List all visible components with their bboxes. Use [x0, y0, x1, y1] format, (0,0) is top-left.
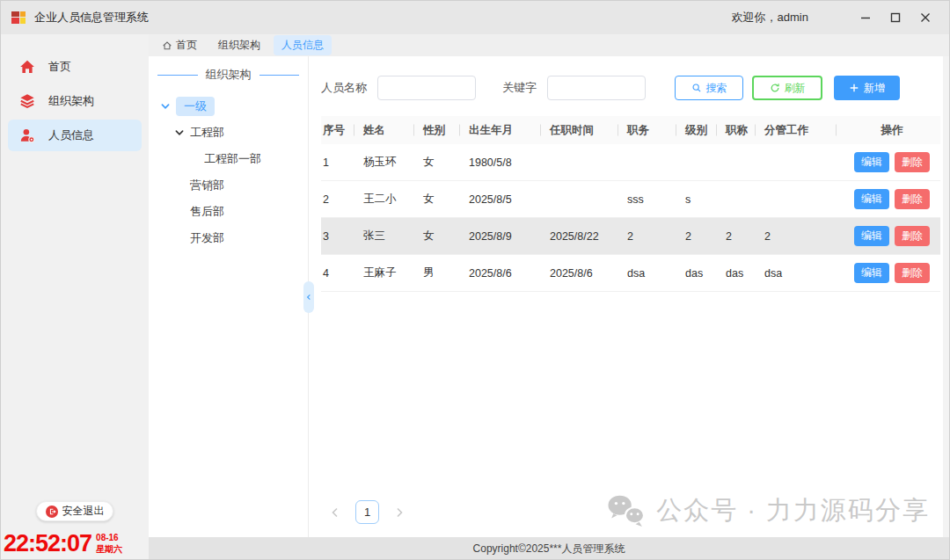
- tree-indent: [173, 206, 186, 218]
- page-number[interactable]: 1: [355, 500, 379, 524]
- table-cell: 1980/5/8: [467, 156, 548, 169]
- divider-line: [259, 75, 300, 76]
- table-cell: 杨玉环: [362, 155, 421, 170]
- edit-button[interactable]: 编辑: [854, 263, 889, 283]
- tree-header-label: 组织架构: [206, 67, 252, 83]
- tree-node[interactable]: 一级: [149, 93, 308, 120]
- header-cell: 姓名: [362, 123, 421, 138]
- table-cell: das: [724, 267, 763, 280]
- tree-node[interactable]: 工程部一部: [149, 146, 308, 172]
- clock-date: 08-16 星期六: [96, 533, 122, 555]
- chevron-down-icon[interactable]: [173, 127, 186, 139]
- header-cell: 分管工作: [763, 123, 844, 138]
- clock-date-value: 08-16: [96, 533, 122, 544]
- header-cell: 操作: [844, 123, 940, 138]
- sidebar-item-home[interactable]: 首页: [8, 51, 142, 83]
- logout-button[interactable]: 安全退出: [36, 501, 113, 521]
- sidebar-item-org[interactable]: 组织架构: [8, 85, 142, 117]
- delete-button[interactable]: 删除: [895, 189, 930, 209]
- refresh-button-label: 刷新: [785, 81, 806, 96]
- table-cell: 张三: [362, 229, 421, 244]
- table-cell: 2025/8/22: [548, 230, 625, 243]
- chevron-down-icon[interactable]: [159, 100, 172, 113]
- header-cell: 职务: [625, 123, 683, 138]
- delete-button[interactable]: 删除: [895, 152, 930, 172]
- name-label: 人员名称: [321, 80, 367, 96]
- row-actions: 编辑删除: [844, 263, 940, 283]
- app-window: 企业人员信息管理系统 欢迎你，admin 首页组织架构人员信息 安全退出 22:…: [0, 0, 950, 560]
- tree-node[interactable]: 工程部: [149, 120, 308, 146]
- table-cell: dsa: [625, 267, 683, 280]
- close-button[interactable]: [910, 4, 940, 31]
- delete-button[interactable]: 删除: [895, 226, 930, 246]
- table-row: 2王二小女2025/8/5ssss编辑删除: [321, 181, 940, 218]
- prev-page-icon[interactable]: [328, 505, 342, 520]
- welcome-text: 欢迎你，admin: [732, 10, 808, 25]
- keyword-input[interactable]: [547, 76, 646, 100]
- add-button[interactable]: 新增: [834, 76, 900, 100]
- refresh-button[interactable]: 刷新: [752, 76, 822, 100]
- table-cell: 2: [321, 193, 362, 206]
- divider-line: [157, 75, 198, 76]
- tree-node-label[interactable]: 工程部一部: [204, 151, 261, 167]
- tab-person[interactable]: 人员信息: [274, 35, 332, 55]
- edit-button[interactable]: 编辑: [854, 152, 889, 172]
- app-title: 企业人员信息管理系统: [34, 10, 149, 25]
- tab-home[interactable]: 首页: [154, 35, 205, 55]
- logout-label: 安全退出: [62, 504, 105, 519]
- table-cell: 王二小: [362, 192, 421, 207]
- scrollbar[interactable]: [943, 56, 949, 537]
- next-page-icon[interactable]: [392, 505, 406, 520]
- tree-indent: [187, 153, 200, 165]
- row-actions: 编辑删除: [844, 189, 940, 209]
- footer: Copyright©2025***人员管理系统: [149, 537, 949, 560]
- tree-node-label[interactable]: 开发部: [190, 230, 224, 246]
- table-row: 3张三女2025/8/92025/8/222222编辑删除: [321, 218, 940, 255]
- table-cell: 女: [421, 229, 467, 244]
- row-actions: 编辑删除: [844, 226, 940, 246]
- header-cell: 级别: [683, 123, 724, 138]
- sidebar-bottom: 安全退出 22:52:07 08-16 星期六: [1, 501, 149, 560]
- tree-node[interactable]: 售后部: [149, 199, 308, 225]
- tree-node[interactable]: 营销部: [149, 172, 308, 199]
- edit-button[interactable]: 编辑: [854, 226, 889, 246]
- table-cell: 2: [625, 230, 683, 243]
- table-cell: 4: [321, 267, 362, 280]
- tree-node[interactable]: 开发部: [149, 225, 308, 251]
- header-cell: 任职时间: [548, 123, 625, 138]
- table-cell: 2025/8/6: [548, 267, 625, 280]
- table-header-row: 序号姓名性别出生年月任职时间职务级别职称分管工作操作: [321, 116, 940, 144]
- tab-org[interactable]: 组织架构: [210, 35, 268, 55]
- pagination: 1: [321, 500, 940, 537]
- table-row: 1杨玉环女1980/5/8编辑删除: [321, 144, 940, 181]
- collapse-panel-handle[interactable]: [303, 281, 314, 313]
- edit-button[interactable]: 编辑: [854, 189, 889, 209]
- table-cell: 2: [724, 230, 763, 243]
- search-button[interactable]: 搜索: [675, 76, 743, 100]
- sidebar-item-label: 首页: [48, 59, 71, 75]
- layers-icon: [19, 93, 35, 109]
- tree-indent: [173, 179, 186, 192]
- table-cell: 1: [321, 156, 362, 169]
- table-cell: 男: [421, 265, 467, 280]
- minimize-button[interactable]: [851, 4, 881, 31]
- sidebar-item-person[interactable]: 人员信息: [8, 120, 142, 151]
- sidebar-item-label: 组织架构: [48, 93, 94, 109]
- logout-icon: [46, 505, 58, 518]
- refresh-icon: [770, 83, 780, 93]
- org-tree-panel: 组织架构 一级工程部工程部一部营销部售后部开发部: [149, 56, 309, 537]
- tree-node-label[interactable]: 营销部: [190, 178, 224, 193]
- add-button-label: 新增: [864, 81, 885, 96]
- name-input[interactable]: [377, 76, 476, 100]
- header-cell: 性别: [421, 123, 467, 138]
- tab-label: 组织架构: [218, 38, 260, 53]
- search-icon: [691, 83, 702, 93]
- delete-button[interactable]: 删除: [895, 263, 930, 283]
- tree-node-label[interactable]: 工程部: [190, 125, 224, 141]
- home-outline-icon: [162, 40, 172, 51]
- table-cell: 女: [421, 192, 467, 207]
- tree-node-label[interactable]: 一级: [176, 97, 215, 116]
- tree-node-label[interactable]: 售后部: [190, 204, 224, 220]
- tabbar: 首页组织架构人员信息: [149, 34, 949, 56]
- maximize-button[interactable]: [881, 4, 910, 31]
